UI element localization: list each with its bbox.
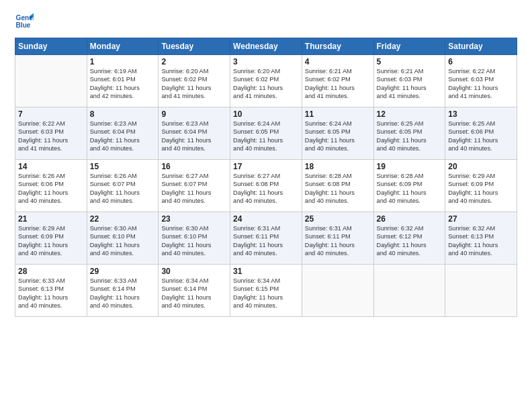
day-number: 5 xyxy=(377,57,443,66)
day-cell: 17Sunrise: 6:27 AMSunset: 6:08 PMDayligh… xyxy=(230,160,302,212)
day-cell: 2Sunrise: 6:20 AMSunset: 6:02 PMDaylight… xyxy=(159,55,230,107)
weekday-header-sunday: Sunday xyxy=(15,38,87,55)
day-number: 4 xyxy=(305,57,371,66)
day-cell xyxy=(302,265,373,317)
day-cell: 1Sunrise: 6:19 AMSunset: 6:01 PMDaylight… xyxy=(87,55,159,107)
weekday-header-row: SundayMondayTuesdayWednesdayThursdayFrid… xyxy=(15,38,517,55)
day-number: 20 xyxy=(448,162,514,171)
day-info: Sunrise: 6:25 AMSunset: 6:05 PMDaylight:… xyxy=(377,120,443,153)
page: General Blue SundayMondayTuesdayWednesda… xyxy=(0,0,532,411)
day-cell: 20Sunrise: 6:29 AMSunset: 6:09 PMDayligh… xyxy=(445,160,517,212)
day-number: 31 xyxy=(233,267,299,276)
day-cell: 13Sunrise: 6:25 AMSunset: 6:06 PMDayligh… xyxy=(445,107,517,160)
day-cell: 23Sunrise: 6:30 AMSunset: 6:10 PMDayligh… xyxy=(159,212,230,265)
day-cell: 31Sunrise: 6:34 AMSunset: 6:15 PMDayligh… xyxy=(230,265,302,317)
day-cell: 28Sunrise: 6:33 AMSunset: 6:13 PMDayligh… xyxy=(15,265,87,317)
weekday-header-monday: Monday xyxy=(87,38,159,55)
weekday-header-wednesday: Wednesday xyxy=(230,38,302,55)
week-row-4: 21Sunrise: 6:29 AMSunset: 6:09 PMDayligh… xyxy=(15,212,517,265)
day-info: Sunrise: 6:28 AMSunset: 6:08 PMDaylight:… xyxy=(305,172,371,205)
day-cell: 15Sunrise: 6:26 AMSunset: 6:07 PMDayligh… xyxy=(87,160,159,212)
day-cell xyxy=(15,55,87,107)
day-number: 8 xyxy=(90,109,156,119)
day-info: Sunrise: 6:25 AMSunset: 6:06 PMDaylight:… xyxy=(448,120,514,153)
header: General Blue xyxy=(15,12,517,31)
day-number: 2 xyxy=(161,57,227,66)
day-cell xyxy=(445,265,517,317)
day-info: Sunrise: 6:31 AMSunset: 6:11 PMDaylight:… xyxy=(233,224,299,258)
week-row-1: 1Sunrise: 6:19 AMSunset: 6:01 PMDaylight… xyxy=(15,55,517,107)
day-cell: 10Sunrise: 6:24 AMSunset: 6:05 PMDayligh… xyxy=(230,107,302,160)
day-number: 22 xyxy=(90,214,156,224)
day-info: Sunrise: 6:20 AMSunset: 6:02 PMDaylight:… xyxy=(161,67,227,101)
weekday-header-tuesday: Tuesday xyxy=(159,38,230,55)
day-number: 1 xyxy=(90,57,156,66)
day-cell: 21Sunrise: 6:29 AMSunset: 6:09 PMDayligh… xyxy=(15,212,87,265)
day-info: Sunrise: 6:22 AMSunset: 6:03 PMDaylight:… xyxy=(448,67,514,101)
day-info: Sunrise: 6:32 AMSunset: 6:12 PMDaylight:… xyxy=(377,224,443,258)
day-cell: 22Sunrise: 6:30 AMSunset: 6:10 PMDayligh… xyxy=(87,212,159,265)
day-number: 3 xyxy=(233,57,299,66)
day-info: Sunrise: 6:22 AMSunset: 6:03 PMDaylight:… xyxy=(18,120,84,153)
day-cell: 27Sunrise: 6:32 AMSunset: 6:13 PMDayligh… xyxy=(445,212,517,265)
day-cell: 11Sunrise: 6:24 AMSunset: 6:05 PMDayligh… xyxy=(302,107,373,160)
day-info: Sunrise: 6:33 AMSunset: 6:13 PMDaylight:… xyxy=(18,277,84,310)
day-info: Sunrise: 6:31 AMSunset: 6:11 PMDaylight:… xyxy=(305,224,371,258)
day-number: 14 xyxy=(18,162,84,171)
day-cell: 26Sunrise: 6:32 AMSunset: 6:12 PMDayligh… xyxy=(373,212,445,265)
day-info: Sunrise: 6:20 AMSunset: 6:02 PMDaylight:… xyxy=(233,67,299,101)
day-cell: 25Sunrise: 6:31 AMSunset: 6:11 PMDayligh… xyxy=(302,212,373,265)
day-info: Sunrise: 6:27 AMSunset: 6:07 PMDaylight:… xyxy=(161,172,227,205)
day-number: 24 xyxy=(233,214,299,224)
day-cell: 19Sunrise: 6:28 AMSunset: 6:09 PMDayligh… xyxy=(373,160,445,212)
day-cell: 4Sunrise: 6:21 AMSunset: 6:02 PMDaylight… xyxy=(302,55,373,107)
day-info: Sunrise: 6:32 AMSunset: 6:13 PMDaylight:… xyxy=(448,224,514,258)
day-number: 6 xyxy=(448,57,514,66)
day-number: 12 xyxy=(377,109,443,119)
day-info: Sunrise: 6:34 AMSunset: 6:15 PMDaylight:… xyxy=(233,277,299,310)
weekday-header-saturday: Saturday xyxy=(445,38,517,55)
week-row-5: 28Sunrise: 6:33 AMSunset: 6:13 PMDayligh… xyxy=(15,265,517,317)
day-info: Sunrise: 6:23 AMSunset: 6:04 PMDaylight:… xyxy=(90,120,156,153)
day-number: 16 xyxy=(161,162,227,171)
day-cell: 30Sunrise: 6:34 AMSunset: 6:14 PMDayligh… xyxy=(159,265,230,317)
week-row-2: 7Sunrise: 6:22 AMSunset: 6:03 PMDaylight… xyxy=(15,107,517,160)
svg-text:Blue: Blue xyxy=(16,21,31,29)
day-info: Sunrise: 6:33 AMSunset: 6:14 PMDaylight:… xyxy=(90,277,156,310)
day-cell: 16Sunrise: 6:27 AMSunset: 6:07 PMDayligh… xyxy=(159,160,230,212)
day-cell: 6Sunrise: 6:22 AMSunset: 6:03 PMDaylight… xyxy=(445,55,517,107)
day-number: 15 xyxy=(90,162,156,171)
day-number: 19 xyxy=(377,162,443,171)
weekday-header-thursday: Thursday xyxy=(302,38,373,55)
day-cell xyxy=(373,265,445,317)
weekday-header-friday: Friday xyxy=(373,38,445,55)
day-info: Sunrise: 6:24 AMSunset: 6:05 PMDaylight:… xyxy=(233,120,299,153)
day-info: Sunrise: 6:26 AMSunset: 6:07 PMDaylight:… xyxy=(90,172,156,205)
day-number: 10 xyxy=(233,109,299,119)
calendar: SundayMondayTuesdayWednesdayThursdayFrid… xyxy=(15,38,517,317)
day-info: Sunrise: 6:21 AMSunset: 6:03 PMDaylight:… xyxy=(377,67,443,101)
day-cell: 14Sunrise: 6:26 AMSunset: 6:06 PMDayligh… xyxy=(15,160,87,212)
logo-icon: General Blue xyxy=(15,12,34,31)
day-info: Sunrise: 6:27 AMSunset: 6:08 PMDaylight:… xyxy=(233,172,299,205)
day-info: Sunrise: 6:26 AMSunset: 6:06 PMDaylight:… xyxy=(18,172,84,205)
day-cell: 12Sunrise: 6:25 AMSunset: 6:05 PMDayligh… xyxy=(373,107,445,160)
day-info: Sunrise: 6:30 AMSunset: 6:10 PMDaylight:… xyxy=(90,224,156,258)
day-number: 28 xyxy=(18,267,84,276)
day-info: Sunrise: 6:30 AMSunset: 6:10 PMDaylight:… xyxy=(161,224,227,258)
day-number: 17 xyxy=(233,162,299,171)
day-number: 26 xyxy=(377,214,443,224)
day-cell: 18Sunrise: 6:28 AMSunset: 6:08 PMDayligh… xyxy=(302,160,373,212)
day-number: 11 xyxy=(305,109,371,119)
day-cell: 7Sunrise: 6:22 AMSunset: 6:03 PMDaylight… xyxy=(15,107,87,160)
day-cell: 5Sunrise: 6:21 AMSunset: 6:03 PMDaylight… xyxy=(373,55,445,107)
day-info: Sunrise: 6:28 AMSunset: 6:09 PMDaylight:… xyxy=(377,172,443,205)
day-number: 30 xyxy=(161,267,227,276)
day-info: Sunrise: 6:29 AMSunset: 6:09 PMDaylight:… xyxy=(18,224,84,258)
week-row-3: 14Sunrise: 6:26 AMSunset: 6:06 PMDayligh… xyxy=(15,160,517,212)
day-info: Sunrise: 6:23 AMSunset: 6:04 PMDaylight:… xyxy=(161,120,227,153)
day-info: Sunrise: 6:19 AMSunset: 6:01 PMDaylight:… xyxy=(90,67,156,101)
day-number: 21 xyxy=(18,214,84,224)
day-number: 23 xyxy=(161,214,227,224)
day-cell: 24Sunrise: 6:31 AMSunset: 6:11 PMDayligh… xyxy=(230,212,302,265)
